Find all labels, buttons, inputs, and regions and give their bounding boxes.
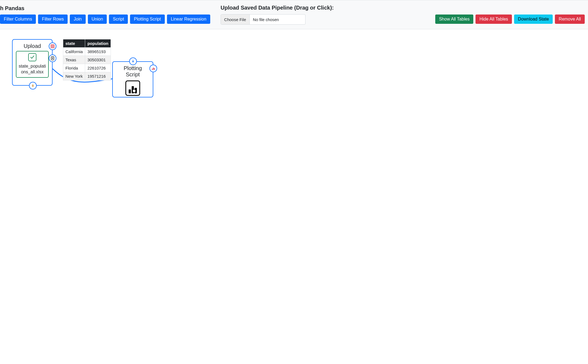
check-icon — [28, 53, 36, 61]
union-button[interactable]: Union — [88, 15, 107, 24]
bar-chart-icon — [151, 67, 155, 70]
table-row: Florida 22610726 — [63, 64, 111, 72]
remove-all-button[interactable]: Remove All — [555, 15, 585, 24]
file-download-icon — [51, 56, 54, 60]
download-port[interactable] — [49, 54, 56, 62]
topbar: ith Pandas Filter Columns Filter Rows Jo… — [0, 0, 588, 29]
uploaded-filename: state_populations_all.xlsx — [18, 63, 47, 75]
upload-pipeline-label: Upload Saved Data Pipeline (Drag or Clic… — [221, 5, 334, 11]
script-button[interactable]: Script — [109, 15, 128, 24]
svg-rect-6 — [152, 69, 153, 70]
filter-rows-button[interactable]: Filter Rows — [38, 15, 68, 24]
table-preview: state population California 38965193 Tex… — [63, 39, 111, 80]
linear-regression-button[interactable]: Linear Regression — [167, 15, 210, 24]
file-input[interactable]: Choose File No file chosen — [221, 14, 305, 25]
plotting-node[interactable]: Plotting Script — [112, 61, 153, 97]
column-header: state — [63, 39, 85, 48]
plotting-node-title: Plotting Script — [116, 65, 149, 78]
table-row: California 38965193 — [63, 48, 111, 56]
output-port[interactable] — [29, 82, 37, 89]
input-port[interactable] — [129, 57, 137, 65]
uploaded-file-chip[interactable]: state_populations_all.xlsx — [16, 51, 49, 78]
download-state-button[interactable]: Download State — [514, 15, 553, 24]
choose-file-button[interactable]: Choose File — [221, 15, 250, 24]
table-row: Texas 30503301 — [63, 56, 111, 64]
upload-pipeline-section: Upload Saved Data Pipeline (Drag or Clic… — [221, 5, 334, 25]
table-preview-port[interactable] — [49, 42, 56, 50]
arrow-down-icon — [31, 84, 34, 87]
chosen-file-status: No file chosen — [250, 17, 282, 22]
toolbar: Filter Columns Filter Rows Join Union Sc… — [0, 15, 210, 24]
arrow-down-icon — [131, 60, 135, 63]
cursor-icon — [132, 89, 136, 93]
canvas[interactable]: Upload state_populations_all.xlsx — [0, 29, 588, 358]
filter-columns-button[interactable]: Filter Columns — [0, 15, 36, 24]
global-actions: Show All Tables Hide All Tables Download… — [435, 15, 585, 24]
bar-icon — [129, 89, 131, 93]
table-icon — [51, 44, 54, 48]
show-all-tables-button[interactable]: Show All Tables — [435, 15, 474, 24]
upload-node-title: Upload — [16, 43, 49, 49]
plot-thumbnail[interactable] — [125, 80, 140, 96]
svg-rect-8 — [154, 68, 155, 70]
page-title: ith Pandas — [0, 5, 24, 11]
upload-node[interactable]: Upload state_populations_all.xlsx — [12, 39, 53, 86]
svg-rect-7 — [153, 68, 154, 70]
plot-preview-port[interactable] — [149, 65, 157, 72]
column-header: population — [85, 39, 111, 48]
plotting-script-button[interactable]: Plotting Script — [130, 15, 165, 24]
table-row: New York 19571216 — [63, 72, 111, 80]
hide-all-tables-button[interactable]: Hide All Tables — [475, 15, 512, 24]
join-button[interactable]: Join — [70, 15, 85, 24]
svg-rect-0 — [51, 45, 54, 48]
